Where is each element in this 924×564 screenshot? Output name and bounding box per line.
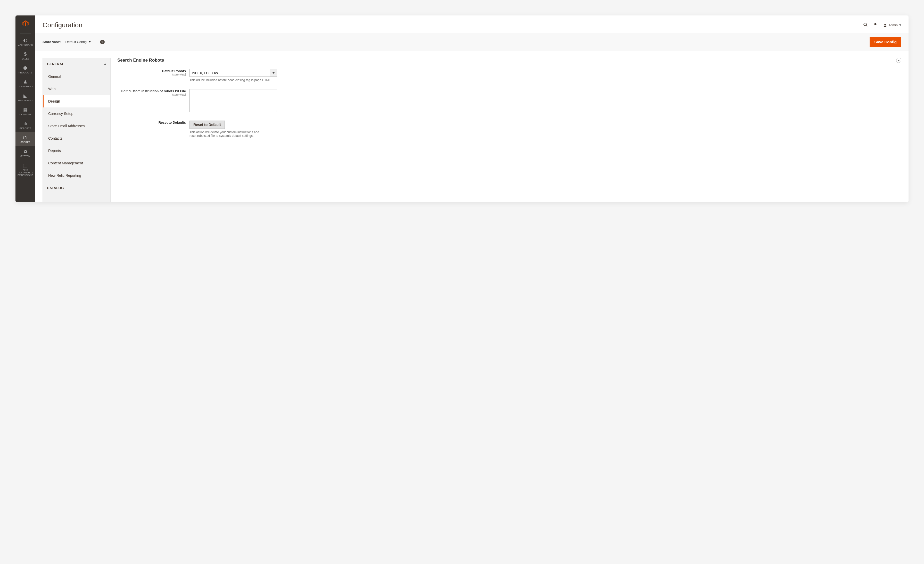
config-item-contacts[interactable]: Contacts [43,132,110,145]
nav-dashboard[interactable]: ◐DASHBOARD [15,35,35,49]
scope-selector[interactable]: Default Config [66,40,91,44]
scope-value: Default Config [66,40,87,44]
chevron-down-icon [88,41,91,42]
field-control-col: INDEX, FOLLOW This will be included befo… [189,69,277,82]
field-reset-defaults: Reset to Defaults Reset to Default This … [117,117,902,141]
default-robots-select[interactable]: INDEX, FOLLOW [189,69,270,77]
nav-label: CUSTOMERS [18,85,33,88]
field-helper: This will be included before head closin… [189,78,277,82]
scope-bar: Store View: Default Config ? Save Config [35,33,909,51]
scope-left: Store View: Default Config ? [42,40,105,44]
collapse-icon [896,58,902,63]
field-default-robots: Default Robots [store view] INDEX, FOLLO… [117,66,902,85]
chevron-up-icon [104,63,106,65]
nav-label: STORES [20,141,30,144]
page-title: Configuration [42,21,82,29]
main-region: Configuration admin Store View: Default … [35,15,909,202]
store-icon: ⛫ [16,135,35,141]
field-label-col: Default Robots [store view] [117,69,189,82]
nav-stores[interactable]: ⛫STORES [15,132,35,146]
config-item-currency[interactable]: Currency Setup [43,108,110,120]
field-helper: This action will delete your custom inst… [189,130,264,138]
nav-label: SYSTEM [20,155,30,157]
username: admin [889,23,898,27]
layout-icon: ▦ [16,107,35,112]
app-window: ◐DASHBOARD $SALES ⬢PRODUCTS ♟CUSTOMERS ◣… [15,15,909,202]
gear-icon: ✿ [16,149,35,154]
bars-icon: ılı [16,121,35,127]
divider [20,33,31,34]
content-region: GENERAL General Web Design Currency Setu… [35,51,909,202]
bell-icon[interactable] [873,23,878,28]
chevron-down-icon [899,24,902,26]
help-icon[interactable]: ? [100,40,105,44]
section-title: Search Engine Robots [117,58,164,63]
config-item-store-email[interactable]: Store Email Addresses [43,120,110,132]
box-icon: ⬢ [16,65,35,71]
config-group-catalog[interactable]: CATALOG [43,182,110,190]
user-icon [883,23,887,27]
group-label: GENERAL [47,62,64,66]
select-caret-button[interactable] [270,69,277,77]
settings-pane: Search Engine Robots Default Robots [sto… [117,58,902,202]
nav-marketing[interactable]: ◣MARKETING [15,90,35,104]
nav-label: REPORTS [20,127,31,130]
scope-label: Store View: [42,40,61,44]
save-config-button[interactable]: Save Config [870,37,902,46]
person-icon: ♟ [16,79,35,85]
puzzle-icon: ⬚ [16,163,35,168]
field-scope: [store view] [117,93,186,96]
gauge-icon: ◐ [16,37,35,43]
primary-nav: ◐DASHBOARD $SALES ⬢PRODUCTS ♟CUSTOMERS ◣… [15,15,35,202]
field-control-col [189,89,277,114]
custom-robots-textarea[interactable] [189,89,277,112]
nav-system[interactable]: ✿SYSTEM [15,146,35,160]
config-item-cms[interactable]: Content Management [43,157,110,169]
nav-label: FIND PARTNERS & EXTENSIONS [18,169,33,177]
field-custom-robots: Edit custom instruction of robots.txt Fi… [117,85,902,117]
select-wrap: INDEX, FOLLOW [189,69,277,77]
svg-point-0 [864,23,867,26]
nav-label: PRODUCTS [19,71,32,74]
top-actions: admin [863,22,902,28]
top-bar: Configuration admin [35,15,909,33]
config-item-newrelic[interactable]: New Relic Reporting [43,169,110,182]
nav-label: SALES [21,57,29,60]
magento-logo-icon [22,18,29,30]
config-item-general[interactable]: General [43,70,110,83]
chevron-down-icon [273,72,274,74]
section-header[interactable]: Search Engine Robots [117,58,902,66]
nav-sales[interactable]: $SALES [15,49,35,63]
reset-to-default-button[interactable]: Reset to Default [189,121,225,129]
nav-content[interactable]: ▦CONTENT [15,104,35,118]
nav-label: DASHBOARD [18,43,33,46]
config-item-design[interactable]: Design [43,95,110,108]
field-scope: [store view] [117,73,186,76]
nav-products[interactable]: ⬢PRODUCTS [15,63,35,76]
field-label-col: Edit custom instruction of robots.txt Fi… [117,89,189,114]
nav-reports[interactable]: ılıREPORTS [15,118,35,132]
config-sidebar: GENERAL General Web Design Currency Setu… [42,58,111,202]
svg-point-2 [884,24,886,25]
user-menu[interactable]: admin [883,23,902,27]
config-item-reports[interactable]: Reports [43,145,110,157]
field-label: Edit custom instruction of robots.txt Fi… [117,89,186,93]
search-icon[interactable] [863,22,868,28]
field-label: Default Robots [117,69,186,73]
svg-line-1 [866,25,867,27]
field-label-col: Reset to Defaults [117,121,189,138]
field-control-col: Reset to Default This action will delete… [189,121,277,138]
config-item-web[interactable]: Web [43,83,110,95]
dollar-icon: $ [16,51,35,57]
nav-label: CONTENT [20,113,32,116]
nav-extensions[interactable]: ⬚FIND PARTNERS & EXTENSIONS [15,160,35,179]
nav-label: MARKETING [18,99,33,102]
nav-customers[interactable]: ♟CUSTOMERS [15,76,35,90]
field-label: Reset to Defaults [117,121,186,124]
config-group-general[interactable]: GENERAL [43,58,110,70]
megaphone-icon: ◣ [16,93,35,99]
